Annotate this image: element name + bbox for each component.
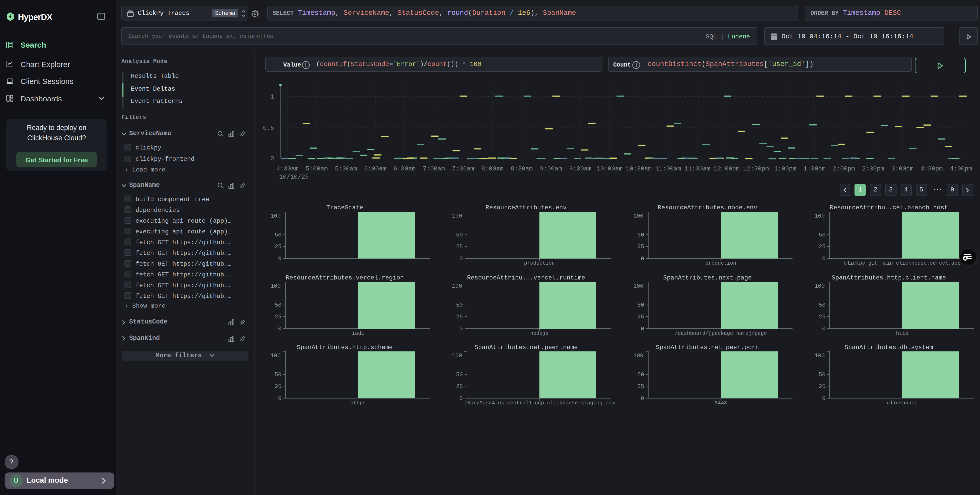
svg-text:10/10/25: 10/10/25	[279, 173, 309, 181]
svg-text:25: 25	[456, 244, 463, 250]
svg-text:50: 50	[275, 232, 282, 238]
svg-text:1: 1	[270, 94, 274, 100]
svg-text:0: 0	[278, 395, 282, 402]
svg-text:10:00am: 10:00am	[597, 165, 622, 172]
svg-text:/dashboard/[package_name]/page: /dashboard/[package_name]/page	[675, 330, 767, 336]
svg-text:0: 0	[641, 395, 644, 402]
svg-text:25: 25	[275, 383, 282, 390]
svg-text:ResourceAttributes.vercel.regi: ResourceAttributes.vercel.region	[286, 274, 404, 281]
svg-text:3:00pm: 3:00pm	[891, 165, 913, 172]
svg-text:0.5: 0.5	[263, 125, 274, 132]
svg-text:0: 0	[278, 325, 282, 332]
svg-text:50: 50	[638, 372, 644, 378]
svg-text:z5prz9ggc4.us-central1.gcp.cli: z5prz9ggc4.us-central1.gcp.clickhouse-st…	[464, 400, 615, 406]
svg-text:0: 0	[822, 256, 826, 262]
svg-text:0: 0	[822, 395, 826, 402]
svg-text:nodejs: nodejs	[530, 330, 549, 336]
svg-text:6:00am: 6:00am	[364, 165, 386, 172]
svg-text:8:30am: 8:30am	[511, 165, 533, 172]
svg-text:25: 25	[819, 383, 826, 390]
svg-text:50: 50	[819, 372, 826, 378]
svg-text:0: 0	[460, 256, 463, 262]
svg-text:SpanAttributes.http.scheme: SpanAttributes.http.scheme	[297, 344, 393, 351]
svg-text:50: 50	[275, 302, 282, 308]
svg-text:0: 0	[278, 256, 282, 262]
svg-text:50: 50	[456, 302, 463, 308]
svg-text:8443: 8443	[714, 400, 727, 406]
svg-text:100: 100	[452, 283, 462, 289]
svg-text:ResourceAttribu..cel.branch_ho: ResourceAttribu..cel.branch_host	[830, 204, 948, 211]
svg-text:ResourceAttributes.node.env: ResourceAttributes.node.env	[658, 204, 757, 211]
svg-text:7:00am: 7:00am	[423, 165, 445, 172]
svg-text:25: 25	[456, 383, 463, 390]
svg-text:2:00pm: 2:00pm	[833, 165, 855, 172]
svg-text:50: 50	[819, 302, 826, 308]
svg-text:SpanAttributes.next.page: SpanAttributes.next.page	[663, 274, 752, 281]
svg-text:50: 50	[638, 232, 644, 238]
svg-text:ResourceAttributes.env: ResourceAttributes.env	[486, 204, 567, 211]
svg-text:SpanAttributes.http.client.nam: SpanAttributes.http.client.name	[832, 274, 946, 281]
svg-text:0: 0	[460, 325, 463, 332]
svg-text:100: 100	[270, 283, 281, 289]
svg-text:50: 50	[456, 232, 463, 238]
svg-text:http: http	[896, 330, 908, 336]
svg-text:9:00am: 9:00am	[540, 165, 562, 172]
svg-text:0: 0	[270, 155, 274, 162]
svg-text:100: 100	[633, 353, 643, 359]
svg-text:1:30pm: 1:30pm	[803, 165, 826, 172]
svg-text:100: 100	[452, 353, 462, 359]
svg-text:0: 0	[641, 256, 644, 262]
svg-text:SpanAttributes.net.peer.name: SpanAttributes.net.peer.name	[474, 344, 578, 351]
svg-text:100: 100	[815, 283, 825, 289]
svg-text:50: 50	[638, 302, 644, 308]
svg-text:100: 100	[270, 213, 281, 219]
svg-text:https: https	[350, 400, 366, 406]
svg-text:25: 25	[819, 314, 826, 320]
svg-text:7:30am: 7:30am	[452, 165, 474, 172]
svg-text:9:30am: 9:30am	[569, 165, 591, 172]
svg-text:TraceState: TraceState	[326, 204, 363, 211]
svg-text:100: 100	[452, 213, 462, 219]
svg-text:25: 25	[819, 244, 826, 250]
svg-text:25: 25	[275, 244, 282, 250]
svg-text:25: 25	[456, 314, 463, 320]
svg-text:0: 0	[641, 325, 644, 332]
svg-text:6:30am: 6:30am	[393, 165, 415, 172]
svg-text:50: 50	[456, 372, 463, 378]
svg-text:ResourceAttribu...vercel.runti: ResourceAttribu...vercel.runtime	[467, 274, 585, 281]
svg-text:100: 100	[270, 353, 281, 359]
svg-text:5:00am: 5:00am	[305, 165, 328, 172]
svg-text:8:00am: 8:00am	[481, 165, 503, 172]
svg-text:11:00am: 11:00am	[655, 165, 681, 172]
svg-text:0: 0	[822, 325, 826, 332]
svg-text:12:00pm: 12:00pm	[714, 165, 740, 172]
svg-text:100: 100	[633, 283, 643, 289]
svg-text:1:00pm: 1:00pm	[774, 165, 796, 172]
svg-text:25: 25	[638, 383, 644, 390]
svg-text:100: 100	[815, 213, 825, 219]
svg-text:clickpy-git-main-clickhouse.ve: clickpy-git-main-clickhouse.vercel.app	[844, 260, 961, 266]
svg-text:50: 50	[819, 232, 826, 238]
svg-text:10:30am: 10:30am	[626, 165, 652, 172]
svg-text:25: 25	[275, 314, 282, 320]
svg-text:production: production	[705, 260, 736, 266]
svg-text:3:30pm: 3:30pm	[921, 165, 943, 172]
svg-text:2:30pm: 2:30pm	[862, 165, 884, 172]
svg-text:0: 0	[460, 395, 463, 402]
svg-text:12:30pm: 12:30pm	[743, 165, 769, 172]
svg-text:4:30am: 4:30am	[276, 165, 298, 172]
svg-text:100: 100	[633, 213, 643, 219]
svg-text:SpanAttributes.db.system: SpanAttributes.db.system	[845, 344, 933, 351]
svg-text:11:30am: 11:30am	[684, 165, 710, 172]
svg-text:4:00pm: 4:00pm	[950, 165, 972, 172]
svg-text:production: production	[524, 260, 555, 266]
svg-text:50: 50	[275, 372, 282, 378]
svg-text:5:30am: 5:30am	[335, 165, 357, 172]
svg-text:SpanAttributes.net.peer.port: SpanAttributes.net.peer.port	[656, 344, 759, 351]
svg-text:clickhouse: clickhouse	[887, 400, 918, 406]
svg-text:25: 25	[638, 314, 644, 320]
svg-text:25: 25	[638, 244, 644, 250]
svg-text:iad1: iad1	[352, 330, 364, 336]
svg-text:100: 100	[815, 353, 825, 359]
